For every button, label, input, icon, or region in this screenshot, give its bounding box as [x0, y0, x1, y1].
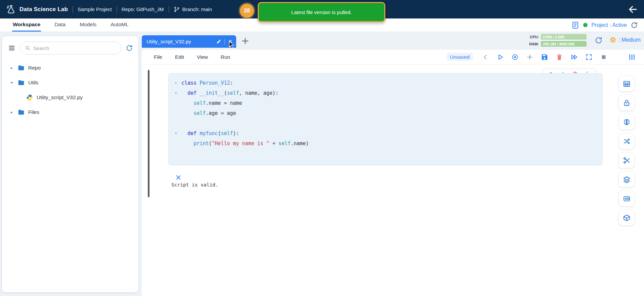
trash-icon[interactable]	[556, 53, 563, 61]
file-tree: ▸Repo▾UtilsUtiity_script_V32.py▸Files	[2, 57, 138, 120]
save-icon[interactable]	[541, 53, 548, 61]
git-branch-icon	[174, 6, 180, 12]
menu-file[interactable]: File	[154, 54, 162, 60]
shuffle-icon	[623, 137, 631, 145]
tab-models[interactable]: Models	[79, 18, 97, 32]
instance-selector[interactable]: : Medium	[609, 36, 641, 43]
toast-message: Latest file version is pulled.	[258, 2, 385, 22]
clear-output-icon[interactable]	[175, 174, 181, 180]
fold-toggle-icon[interactable]: ▾	[174, 78, 181, 88]
app-brand: Data Science Lab	[6, 4, 68, 14]
brain-icon	[623, 118, 631, 126]
search-icon	[25, 45, 30, 51]
notification-badge[interactable]: 28	[240, 4, 254, 18]
code-line[interactable]: print("Hello my name is " + self.name)	[174, 138, 599, 149]
refresh-icon[interactable]	[126, 44, 133, 52]
shuffle-button[interactable]	[619, 133, 634, 149]
status-dot	[583, 23, 588, 27]
package-button[interactable]	[619, 210, 634, 225]
gear-icon	[609, 36, 616, 43]
tools-sidebar	[619, 76, 634, 225]
tree-file-utiity-script-v32-py[interactable]: Utiity_script_V32.py	[2, 90, 138, 105]
table-grid-icon	[623, 80, 631, 88]
hamburger-menu-icon[interactable]	[8, 44, 15, 52]
tree-item-label: Utils	[28, 80, 38, 86]
caret-right-icon[interactable]: ▸	[8, 66, 15, 70]
divider	[73, 6, 73, 13]
add-tab-icon[interactable]	[241, 37, 250, 45]
branch-info: Branch: main	[174, 6, 212, 12]
tab-data[interactable]: Data	[54, 18, 66, 32]
sidebar-header	[2, 36, 138, 57]
fast-forward-icon[interactable]	[570, 53, 578, 61]
code-line[interactable]	[174, 118, 599, 128]
scissors-button[interactable]	[619, 153, 634, 168]
resource-monitor: CPU: 0.000 / 2.000 RAM: 205.180 / 8000.0…	[526, 34, 587, 47]
ram-row: RAM: 205.180 / 8000.000	[526, 41, 587, 47]
menu-run[interactable]: Run	[221, 54, 230, 60]
menu-view[interactable]: View	[197, 54, 208, 60]
package-icon	[623, 214, 631, 222]
fullscreen-icon[interactable]	[585, 53, 593, 61]
cpu-row: CPU: 0.000 / 2.000	[526, 34, 587, 40]
caret-down-icon[interactable]: ▾	[8, 80, 15, 85]
editor-area: ▾class Person_V12:▾ def __init__(self, n…	[142, 65, 644, 296]
code-editor-cell[interactable]: ▾class Person_V12:▾ def __init__(self, n…	[168, 73, 603, 165]
infinity-icon	[623, 195, 631, 203]
folder-icon	[17, 64, 25, 72]
tree-folder-files[interactable]: ▸Files	[2, 105, 138, 120]
fold-toggle-icon[interactable]: ▾	[174, 88, 181, 98]
rename-pencil-icon[interactable]	[216, 39, 221, 44]
lab-flask-icon	[6, 4, 16, 14]
layers-button[interactable]	[619, 172, 634, 187]
repo-label: Repo: GitPush_JM	[122, 6, 164, 12]
play-icon[interactable]	[497, 53, 504, 61]
infinity-button[interactable]	[619, 191, 634, 206]
tree-folder-utils[interactable]: ▾Utils	[2, 75, 138, 90]
plus-icon[interactable]	[526, 53, 533, 61]
back-arrow-icon[interactable]	[628, 4, 638, 14]
report-icon[interactable]	[571, 21, 579, 29]
tab-workspace[interactable]: Workspace	[12, 18, 41, 32]
editor-menus: FileEditViewRun	[154, 54, 230, 60]
chevron-left-icon[interactable]	[482, 53, 489, 61]
search-box[interactable]	[20, 42, 121, 54]
search-input[interactable]	[33, 45, 116, 51]
divider	[224, 39, 225, 44]
code-line[interactable]: ▾class Person_V12:	[174, 78, 599, 88]
menu-edit[interactable]: Edit	[175, 54, 184, 60]
editor-toolbar	[482, 53, 636, 61]
file-explorer-sidebar: ▸Repo▾UtilsUtiity_script_V32.py▸Files	[2, 36, 138, 292]
code-line[interactable]: ▾ def myfunc(self):	[174, 128, 599, 138]
editor-menubar: FileEditViewRun Unsaved	[142, 50, 644, 65]
script-status-message: Script is valid.	[171, 182, 218, 187]
caret-right-icon[interactable]: ▸	[8, 110, 15, 115]
table-grid-button[interactable]	[619, 76, 634, 91]
pane-resize-handle[interactable]	[148, 70, 149, 197]
fold-toggle-icon[interactable]: ▾	[174, 128, 181, 138]
code-line[interactable]: self.name = name	[174, 98, 599, 108]
tree-folder-repo[interactable]: ▸Repo	[2, 60, 138, 75]
divider	[117, 6, 117, 13]
mouse-cursor	[227, 40, 236, 49]
refresh-icon[interactable]	[631, 22, 638, 29]
refresh-icon[interactable]	[595, 36, 603, 44]
columns-icon[interactable]	[628, 53, 636, 61]
ram-label: RAM:	[526, 42, 539, 46]
file-tab-label: Utiity_script_V32.py	[146, 39, 213, 44]
nav-tabs: WorkspaceDataModelsAutoML	[12, 18, 129, 32]
lock-button[interactable]	[619, 95, 634, 111]
code-line[interactable]: ▾ def __init__(self, name, age):	[174, 88, 599, 98]
code-line[interactable]: self.age = age	[174, 108, 599, 118]
folder-icon	[17, 109, 25, 116]
lock-icon	[623, 99, 631, 107]
cpu-usage-bar: 0.000 / 2.000	[541, 34, 587, 40]
editor-panel: FileEditViewRun Unsaved ▾class Person_V1…	[142, 50, 644, 296]
tree-item-label: Files	[28, 109, 39, 115]
file-tab[interactable]: Utiity_script_V32.py	[142, 35, 236, 48]
preview-icon[interactable]	[511, 53, 519, 61]
brain-button[interactable]	[619, 114, 634, 130]
stop-icon[interactable]	[600, 53, 607, 61]
instance-size-label: : Medium	[618, 37, 641, 43]
tab-automl[interactable]: AutoML	[110, 18, 129, 32]
